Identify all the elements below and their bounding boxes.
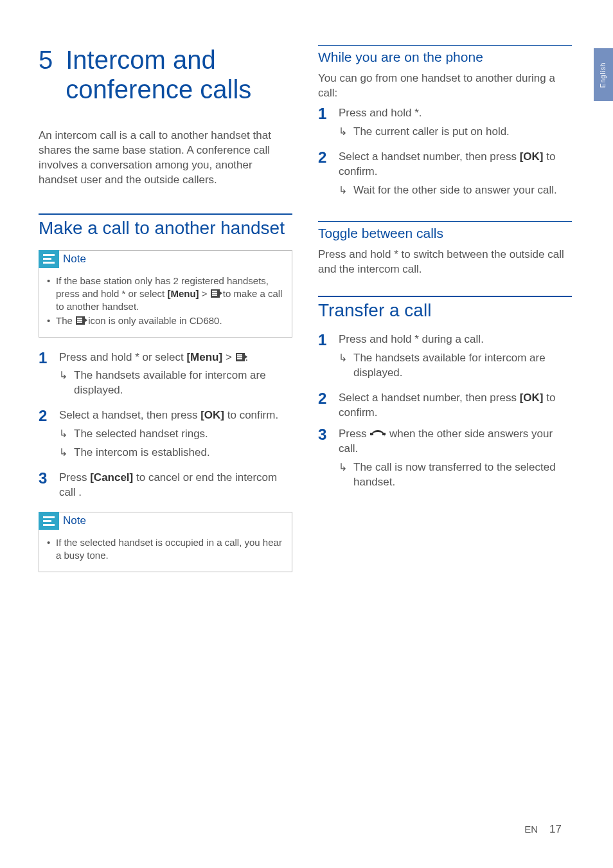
step-item: 3 Press [Cancel] to cancel or end the in… [39,471,292,500]
page-footer: EN 17 [524,823,562,836]
section-rule [318,296,572,297]
result-arrow-icon: ↳ [59,368,67,398]
step-item: 2 Select a handset number, then press [O… [318,150,572,202]
subsection-rule [318,221,572,222]
subsection-rule [318,45,572,46]
step-item: 1 Press and hold * or select [Menu] > . … [39,350,292,402]
note-label: Note [63,253,86,266]
footer-lang: EN [524,824,538,835]
result-arrow-icon: ↳ [339,125,347,140]
chapter-title-text: Intercom and conference calls [66,45,292,104]
subsection-toggle-heading: Toggle between calls [318,226,572,241]
intercom-icon [211,289,220,298]
hangup-icon [371,430,385,437]
note-icon [39,250,59,268]
step-item: 1 Press and hold *. ↳The current caller … [318,106,572,143]
note-box: Note If the selected handset is occupied… [39,512,292,572]
result-arrow-icon: ↳ [339,183,347,198]
page-content: 5 Intercom and conference calls An inter… [0,0,613,611]
language-tab: English [594,48,613,101]
result-arrow-icon: ↳ [339,351,347,381]
chapter-number: 5 [39,45,53,75]
note-item: The icon is only available in CD680. [47,314,284,327]
left-column: 5 Intercom and conference calls An inter… [39,45,292,585]
intercom-icon [236,353,245,361]
step-item: 2 Select a handset number, then press [O… [318,391,572,420]
subsection-intro: You can go from one handset to another d… [318,71,572,101]
subsection-body: Press and hold * to switch between the o… [318,248,572,277]
step-list: 1 Press and hold * or select [Menu] > . … [39,350,292,501]
footer-page-number: 17 [549,823,562,836]
result-arrow-icon: ↳ [59,446,67,460]
chapter-title: 5 Intercom and conference calls [39,45,292,104]
section-transfer-heading: Transfer a call [318,301,572,321]
chapter-intro: An intercom call is a call to another ha… [39,129,292,188]
result-arrow-icon: ↳ [59,427,67,442]
note-box: Note If the base station only has 2 regi… [39,250,292,338]
step-item: 2 Select a handset, then press [OK] to c… [39,408,292,464]
right-column: While you are on the phone You can go fr… [318,45,572,585]
note-item: If the selected handset is occupied in a… [47,536,284,563]
step-item: 3 Press when the other side answers your… [318,427,572,494]
step-list: 1 Press and hold * during a call. ↳The h… [318,332,572,493]
subsection-while-on-phone-heading: While you are on the phone [318,50,572,65]
step-list: 1 Press and hold *. ↳The current caller … [318,106,572,202]
note-item: If the base station only has 2 registere… [47,275,284,314]
intercom-icon [76,316,85,325]
section-make-call-heading: Make a call to another handset [39,219,292,239]
note-label: Note [63,514,86,527]
step-item: 1 Press and hold * during a call. ↳The h… [318,332,572,384]
note-icon [39,512,59,530]
section-rule [39,213,292,215]
result-arrow-icon: ↳ [339,460,347,490]
